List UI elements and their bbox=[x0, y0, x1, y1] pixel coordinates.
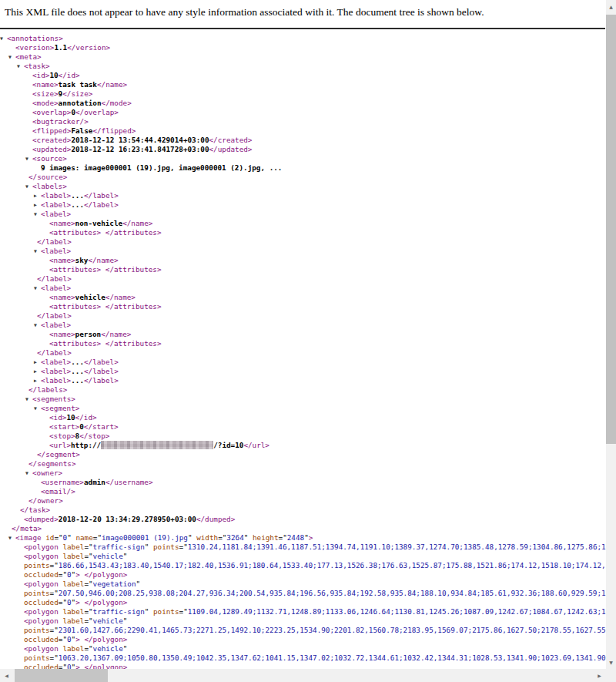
xml-punctuation: =" bbox=[50, 626, 59, 634]
expand-node-arrow-icon[interactable]: ▶ bbox=[34, 200, 41, 210]
xml-tag: <attributes> bbox=[49, 265, 101, 274]
xml-punctuation: =" bbox=[59, 635, 67, 643]
xml-tag: </name> bbox=[101, 330, 131, 338]
horizontal-scrollbar-thumb[interactable] bbox=[14, 669, 109, 682]
xml-tag: </flipped> bbox=[92, 126, 136, 135]
xml-line: ▼<label> bbox=[0, 210, 606, 219]
xml-line: <created>2018-12-12 13:54:44.429014+03:0… bbox=[0, 136, 606, 145]
xml-line: ▼<image id="0" name="image000001 (19).jp… bbox=[0, 533, 606, 543]
collapse-node-arrow-icon[interactable]: ▼ bbox=[34, 210, 41, 219]
xml-line: <attributes> </attributes> bbox=[0, 339, 606, 348]
xml-tag: <name> bbox=[49, 330, 75, 338]
xml-tag: </labels> bbox=[28, 385, 67, 394]
xml-tag: </overlap> bbox=[75, 108, 119, 116]
xml-line: <name>sky</name> bbox=[0, 256, 606, 265]
xml-line: ▼<annotations> bbox=[0, 34, 606, 43]
xml-line: <dumped>2018-12-20 13:34:29.278950+03:00… bbox=[0, 515, 606, 524]
xml-attribute-value: 3264 bbox=[226, 533, 243, 542]
collapse-node-arrow-icon[interactable]: ▼ bbox=[25, 154, 32, 163]
xml-attribute-name: height bbox=[253, 533, 279, 542]
xml-tag: </name> bbox=[97, 80, 127, 89]
xml-tag: </name> bbox=[122, 219, 152, 227]
xml-tag: <stop> bbox=[49, 432, 75, 440]
scroll-down-button[interactable]: ▼ bbox=[606, 656, 616, 669]
xml-line: ▼<task> bbox=[0, 62, 606, 71]
xml-tag: </label> bbox=[37, 311, 72, 320]
xml-line: <polygon label="vehicle" bbox=[0, 552, 606, 561]
xml-text-node: annotation bbox=[59, 99, 102, 107]
xml-tag: <polygon bbox=[24, 644, 62, 653]
collapse-node-arrow-icon[interactable]: ▼ bbox=[25, 182, 32, 191]
xml-attribute-value: 2301.60,1427.66;2290.41,1465.73;2271.25,… bbox=[59, 626, 606, 634]
horizontal-scrollbar[interactable] bbox=[0, 669, 606, 682]
xml-tag: <label> bbox=[41, 247, 71, 255]
xml-line: ▶<label>...</label> bbox=[0, 376, 606, 385]
xml-tag: </attributes> bbox=[105, 302, 162, 311]
xml-punctuation: " bbox=[123, 644, 128, 653]
xml-attribute-value: 1063.20,1367.09;1050.80,1350.49;1042.35,… bbox=[59, 653, 606, 662]
xml-attribute-name: label bbox=[62, 543, 84, 551]
xml-tag: <updated> bbox=[32, 145, 71, 153]
scroll-up-button[interactable]: ▲ bbox=[606, 0, 616, 13]
collapse-node-arrow-icon[interactable]: ▼ bbox=[34, 404, 41, 413]
scroll-left-button[interactable]: ◀ bbox=[0, 669, 13, 682]
xml-tag: <flipped> bbox=[32, 126, 71, 135]
collapse-node-arrow-icon[interactable]: ▼ bbox=[17, 62, 24, 71]
collapse-node-arrow-icon[interactable]: ▼ bbox=[25, 395, 32, 404]
xml-tag: <meta> bbox=[15, 52, 42, 61]
xml-punctuation: " bbox=[244, 533, 253, 542]
expand-node-arrow-icon[interactable]: ▶ bbox=[34, 367, 41, 376]
xml-document-viewport: ▼<annotations><version>1.1</version>▼<me… bbox=[0, 28, 606, 669]
xml-line: </label> bbox=[0, 311, 606, 321]
xml-text-node: sky bbox=[75, 256, 89, 264]
collapse-node-arrow-icon[interactable]: ▼ bbox=[34, 284, 41, 293]
xml-line: occluded="0"> </polygon> bbox=[0, 663, 606, 669]
xml-tag: <id> bbox=[49, 413, 66, 422]
xml-line: <size>9</size> bbox=[0, 89, 606, 99]
collapse-node-arrow-icon[interactable]: ▼ bbox=[34, 247, 41, 256]
xml-punctuation: " bbox=[123, 552, 128, 560]
collapse-node-arrow-icon[interactable]: ▼ bbox=[25, 469, 32, 478]
expand-node-arrow-icon[interactable]: ▶ bbox=[34, 191, 41, 200]
collapse-node-arrow-icon[interactable]: ▼ bbox=[8, 533, 15, 543]
xml-attribute-name: name bbox=[75, 533, 92, 542]
xml-line: <id>10</id> bbox=[0, 413, 606, 422]
xml-line: </source> bbox=[0, 173, 606, 182]
expand-node-arrow-icon[interactable]: ▶ bbox=[34, 358, 41, 367]
xml-text-node: ... bbox=[71, 367, 84, 375]
xml-attribute-name: occluded bbox=[24, 663, 59, 669]
xml-line: <mode>annotation</mode> bbox=[0, 99, 606, 108]
xml-tag: <name> bbox=[32, 80, 59, 89]
vertical-scrollbar-thumb[interactable] bbox=[606, 14, 616, 445]
vertical-scrollbar[interactable] bbox=[606, 0, 616, 669]
xml-tag: <label> bbox=[41, 376, 71, 385]
xml-viewer-header-message: This XML file does not appear to have an… bbox=[0, 0, 605, 29]
collapse-node-arrow-icon[interactable]: ▼ bbox=[0, 34, 7, 43]
xml-punctuation: " bbox=[145, 607, 153, 616]
xml-line: occluded="0"> </polygon> bbox=[0, 598, 606, 607]
xml-tag: </name> bbox=[105, 293, 136, 301]
xml-text-node: ... bbox=[71, 376, 84, 385]
xml-text-node: ... bbox=[71, 200, 84, 209]
xml-tag: <name> bbox=[49, 219, 75, 227]
xml-line: <updated>2018-12-12 16:23:41.841728+03:0… bbox=[0, 145, 606, 154]
xml-tag: </label> bbox=[84, 358, 119, 366]
xml-tag: <labels> bbox=[32, 182, 67, 190]
xml-text-node: non-vehicle bbox=[75, 219, 123, 227]
xml-attribute-name: label bbox=[62, 607, 84, 616]
scroll-left-icon: ◀ bbox=[5, 673, 8, 678]
xml-tag: </label> bbox=[84, 191, 119, 200]
xml-punctuation: =" bbox=[50, 589, 59, 597]
collapse-node-arrow-icon[interactable]: ▼ bbox=[8, 52, 15, 62]
xml-tag: <polygon bbox=[24, 543, 62, 551]
scroll-right-button[interactable]: ▶ bbox=[593, 669, 606, 682]
collapse-node-arrow-icon[interactable]: ▼ bbox=[34, 321, 41, 330]
xml-tag: <url> bbox=[49, 441, 71, 449]
xml-line: <start>0</start> bbox=[0, 422, 606, 432]
xml-tag: </start> bbox=[84, 422, 119, 431]
xml-tag: </owner> bbox=[28, 496, 63, 505]
xml-attribute-name: id bbox=[45, 533, 54, 542]
xml-tag: </label> bbox=[84, 376, 119, 385]
xml-attribute-name: label bbox=[62, 644, 84, 653]
expand-node-arrow-icon[interactable]: ▶ bbox=[34, 376, 41, 385]
